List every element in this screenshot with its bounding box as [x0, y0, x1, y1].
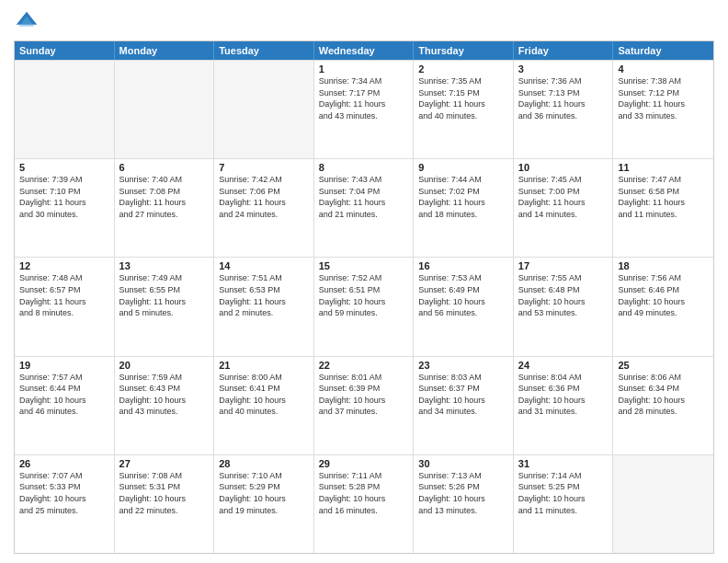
cell-info-line: Daylight: 10 hours: [418, 493, 508, 505]
cell-info-line: Sunset: 7:15 PM: [418, 87, 508, 99]
cell-info-line: and 18 minutes.: [418, 209, 508, 221]
cell-info-line: Sunset: 5:29 PM: [219, 481, 309, 493]
day-number: 17: [518, 260, 609, 271]
cell-info-line: and 21 minutes.: [319, 209, 409, 221]
day-cell-16: 16Sunrise: 7:53 AMSunset: 6:49 PMDayligh…: [414, 258, 514, 355]
header-day-thursday: Thursday: [414, 41, 514, 60]
cell-info-line: Daylight: 10 hours: [119, 395, 210, 407]
cell-info-line: Sunrise: 8:03 AM: [418, 372, 508, 384]
empty-cell: [115, 61, 215, 158]
cell-info-line: Daylight: 11 hours: [418, 98, 508, 110]
week-row-4: 19Sunrise: 7:57 AMSunset: 6:44 PMDayligh…: [15, 356, 713, 454]
header-day-saturday: Saturday: [613, 41, 713, 60]
cell-info-line: Sunrise: 8:00 AM: [219, 372, 309, 384]
day-cell-11: 11Sunrise: 7:47 AMSunset: 6:58 PMDayligh…: [613, 159, 713, 257]
cell-info-line: and 11 minutes.: [518, 505, 609, 517]
cell-info-line: Sunrise: 8:01 AM: [319, 372, 409, 384]
day-number: 7: [219, 162, 309, 173]
cell-info-line: and 28 minutes.: [618, 406, 709, 418]
cell-info-line: Sunrise: 7:44 AM: [418, 174, 508, 186]
day-number: 19: [19, 360, 109, 371]
cell-info-line: Sunrise: 7:13 AM: [418, 470, 508, 482]
day-cell-20: 20Sunrise: 7:59 AMSunset: 6:43 PMDayligh…: [115, 357, 215, 454]
empty-cell: [613, 455, 713, 553]
cell-info-line: Daylight: 10 hours: [518, 296, 609, 308]
cell-info-line: Daylight: 10 hours: [518, 395, 609, 407]
cell-info-line: Sunset: 6:57 PM: [19, 284, 109, 296]
cell-info-line: Daylight: 10 hours: [319, 296, 409, 308]
cell-info-line: Sunset: 6:44 PM: [19, 383, 109, 395]
cell-info-line: and 34 minutes.: [418, 406, 508, 418]
cell-info-line: Daylight: 10 hours: [618, 296, 709, 308]
day-cell-23: 23Sunrise: 8:03 AMSunset: 6:37 PMDayligh…: [414, 357, 514, 454]
day-cell-15: 15Sunrise: 7:52 AMSunset: 6:51 PMDayligh…: [314, 258, 415, 355]
day-number: 25: [618, 360, 709, 371]
day-cell-30: 30Sunrise: 7:13 AMSunset: 5:26 PMDayligh…: [414, 455, 514, 553]
day-cell-4: 4Sunrise: 7:38 AMSunset: 7:12 PMDaylight…: [613, 61, 713, 158]
cell-info-line: Daylight: 10 hours: [618, 395, 709, 407]
empty-cell: [15, 61, 115, 158]
logo: [14, 9, 43, 35]
cell-info-line: Sunrise: 7:38 AM: [618, 75, 709, 87]
cell-info-line: Sunrise: 7:11 AM: [319, 470, 409, 482]
cell-info-line: Sunrise: 7:35 AM: [418, 75, 508, 87]
cell-info-line: Sunrise: 7:36 AM: [518, 75, 609, 87]
header-day-friday: Friday: [514, 41, 614, 60]
day-number: 3: [518, 63, 609, 75]
day-number: 24: [518, 360, 609, 371]
day-cell-26: 26Sunrise: 7:07 AMSunset: 5:33 PMDayligh…: [15, 455, 115, 553]
cell-info-line: Daylight: 11 hours: [618, 98, 709, 110]
week-row-5: 26Sunrise: 7:07 AMSunset: 5:33 PMDayligh…: [15, 454, 713, 553]
day-number: 10: [518, 162, 609, 173]
cell-info-line: and 46 minutes.: [19, 406, 109, 418]
cell-info-line: Daylight: 10 hours: [219, 395, 309, 407]
cell-info-line: Sunrise: 7:47 AM: [618, 174, 709, 186]
cell-info-line: Daylight: 11 hours: [19, 296, 109, 308]
cell-info-line: Daylight: 10 hours: [19, 493, 109, 505]
day-cell-5: 5Sunrise: 7:39 AMSunset: 7:10 PMDaylight…: [15, 159, 115, 257]
day-number: 15: [319, 260, 409, 271]
cell-info-line: and 37 minutes.: [319, 406, 409, 418]
cell-info-line: Daylight: 11 hours: [219, 296, 309, 308]
cell-info-line: and 8 minutes.: [19, 307, 109, 319]
cell-info-line: and 56 minutes.: [418, 307, 508, 319]
cell-info-line: Sunrise: 7:56 AM: [618, 272, 709, 284]
cell-info-line: Sunset: 6:48 PM: [518, 284, 609, 296]
header-day-sunday: Sunday: [15, 41, 115, 60]
day-cell-1: 1Sunrise: 7:34 AMSunset: 7:17 PMDaylight…: [314, 61, 415, 158]
cell-info-line: and 2 minutes.: [219, 307, 309, 319]
day-cell-6: 6Sunrise: 7:40 AMSunset: 7:08 PMDaylight…: [115, 159, 215, 257]
day-cell-17: 17Sunrise: 7:55 AMSunset: 6:48 PMDayligh…: [514, 258, 614, 355]
cell-info-line: Sunrise: 8:04 AM: [518, 372, 609, 384]
cell-info-line: Daylight: 10 hours: [19, 395, 109, 407]
day-cell-24: 24Sunrise: 8:04 AMSunset: 6:36 PMDayligh…: [514, 357, 614, 454]
cell-info-line: Sunrise: 7:51 AM: [219, 272, 309, 284]
cell-info-line: and 33 minutes.: [618, 110, 709, 122]
day-number: 13: [119, 260, 210, 271]
day-cell-9: 9Sunrise: 7:44 AMSunset: 7:02 PMDaylight…: [414, 159, 514, 257]
cell-info-line: Sunset: 6:37 PM: [418, 383, 508, 395]
cell-info-line: and 13 minutes.: [418, 505, 508, 517]
cell-info-line: Sunrise: 7:07 AM: [19, 470, 109, 482]
header-day-tuesday: Tuesday: [214, 41, 314, 60]
logo-icon: [14, 9, 40, 35]
day-number: 4: [618, 63, 709, 75]
day-number: 12: [19, 260, 109, 271]
day-number: 22: [319, 360, 409, 371]
cell-info-line: Sunset: 7:08 PM: [119, 186, 210, 198]
cell-info-line: Sunset: 6:58 PM: [618, 186, 709, 198]
calendar-header: SundayMondayTuesdayWednesdayThursdayFrid…: [15, 41, 713, 60]
cell-info-line: and 31 minutes.: [518, 406, 609, 418]
day-cell-19: 19Sunrise: 7:57 AMSunset: 6:44 PMDayligh…: [15, 357, 115, 454]
cell-info-line: Daylight: 10 hours: [219, 493, 309, 505]
cell-info-line: Daylight: 10 hours: [518, 493, 609, 505]
cell-info-line: and 27 minutes.: [119, 209, 210, 221]
day-cell-7: 7Sunrise: 7:42 AMSunset: 7:06 PMDaylight…: [214, 159, 314, 257]
cell-info-line: and 43 minutes.: [319, 110, 409, 122]
day-number: 14: [219, 260, 309, 271]
cell-info-line: Sunrise: 7:10 AM: [219, 470, 309, 482]
day-number: 1: [319, 63, 409, 75]
day-cell-14: 14Sunrise: 7:51 AMSunset: 6:53 PMDayligh…: [214, 258, 314, 355]
cell-info-line: and 5 minutes.: [119, 307, 210, 319]
day-number: 21: [219, 360, 309, 371]
